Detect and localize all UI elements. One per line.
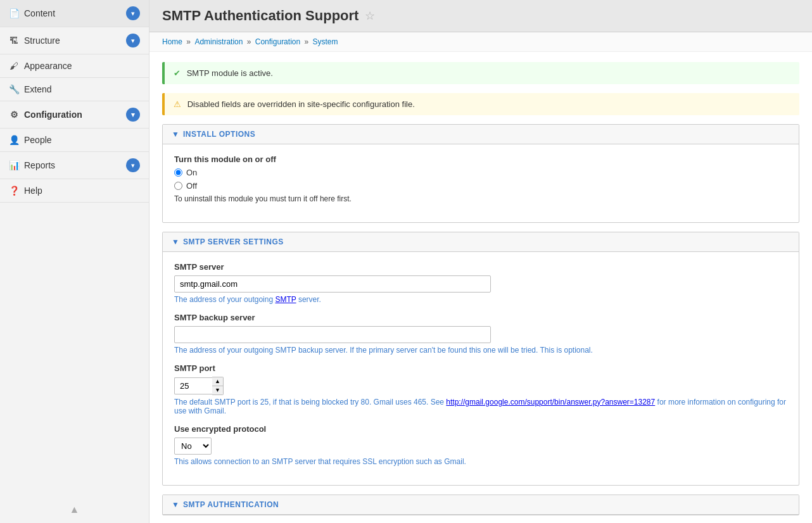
warning-alert: ⚠ Disabled fields are overridden in site…	[162, 93, 799, 115]
module-toggle-label: Turn this module on or off	[174, 154, 787, 164]
smtp-backup-group: SMTP backup server The address of your o…	[174, 313, 787, 355]
warning-alert-text: Disabled fields are overridden in site-s…	[187, 99, 415, 109]
smtp-port-input[interactable]	[174, 377, 212, 394]
page-title: SMTP Authentication Support	[162, 8, 358, 24]
sidebar-label-help: Help	[24, 186, 42, 196]
encrypted-label: Use encrypted protocol	[174, 424, 787, 434]
smtp-backup-help: The address of your outgoing SMTP backup…	[174, 346, 787, 355]
check-icon: ✔	[174, 68, 181, 78]
smtp-backup-input[interactable]	[174, 326, 491, 343]
port-spinner: ▲ ▼	[212, 377, 224, 395]
warning-icon: ⚠	[174, 99, 181, 109]
page-header: SMTP Authentication Support ☆	[149, 0, 812, 32]
radio-on-label: On	[186, 168, 197, 177]
reports-chevron-icon[interactable]: ▾	[126, 158, 140, 172]
smtp-server-settings-panel: ▼ SMTP SERVER SETTINGS SMTP server The a…	[162, 232, 799, 486]
smtp-backup-label: SMTP backup server	[174, 313, 787, 322]
port-increment-button[interactable]: ▲	[212, 377, 223, 386]
smtp-server-help: The address of your outgoing SMTP server…	[174, 295, 787, 304]
smtp-port-help: The default SMTP port is 25, if that is …	[174, 398, 787, 415]
structure-chevron-icon[interactable]: ▾	[126, 34, 140, 47]
extend-icon: 🔧	[9, 84, 19, 94]
collapse-install-icon[interactable]: ▼	[172, 130, 179, 139]
sidebar-label-reports: Reports	[24, 160, 55, 170]
sidebar-item-people[interactable]: 👤People	[0, 129, 149, 152]
sidebar-item-structure[interactable]: 🏗Structure▾	[0, 27, 149, 54]
people-icon: 👤	[9, 135, 19, 145]
sidebar-item-appearance[interactable]: 🖌Appearance	[0, 54, 149, 78]
smtp-server-title: SMTP SERVER SETTINGS	[183, 237, 284, 246]
content-area: ✔ SMTP module is active. ⚠ Disabled fiel…	[149, 52, 812, 523]
port-decrement-button[interactable]: ▼	[212, 386, 223, 394]
encrypted-help: This allows connection to an SMTP server…	[174, 457, 787, 466]
module-toggle-group: Turn this module on or off On Off To uni…	[174, 154, 787, 203]
collapse-smtp-icon[interactable]: ▼	[172, 237, 179, 246]
sidebar-item-extend[interactable]: 🔧Extend	[0, 78, 149, 101]
breadcrumb-home[interactable]: Home	[162, 37, 182, 46]
sidebar: 📄Content▾🏗Structure▾🖌Appearance🔧Extend⚙C…	[0, 0, 149, 523]
install-options-panel: ▼ INSTALL OPTIONS Turn this module on or…	[162, 124, 799, 223]
content-icon: 📄	[9, 8, 19, 18]
success-alert-text: SMTP module is active.	[187, 68, 273, 78]
sidebar-collapse-icon[interactable]: ▲	[70, 504, 80, 515]
radio-off-label: Off	[186, 181, 197, 191]
install-options-body: Turn this module on or off On Off To uni…	[163, 144, 799, 222]
uninstall-note: To uninstall this module you must turn i…	[174, 194, 787, 203]
breadcrumb-configuration[interactable]: Configuration	[255, 37, 300, 46]
sidebar-label-content: Content	[24, 8, 55, 18]
smtp-port-wrapper: ▲ ▼	[174, 377, 787, 395]
content-chevron-icon[interactable]: ▾	[126, 6, 140, 20]
install-options-header[interactable]: ▼ INSTALL OPTIONS	[163, 125, 799, 144]
breadcrumb-system[interactable]: System	[313, 37, 338, 46]
sidebar-bottom: ▲	[0, 496, 149, 523]
success-alert: ✔ SMTP module is active.	[162, 62, 799, 84]
reports-icon: 📊	[9, 160, 19, 170]
collapse-auth-icon[interactable]: ▼	[172, 500, 179, 509]
smtp-server-body: SMTP server The address of your outgoing…	[163, 252, 799, 485]
radio-off-input[interactable]	[174, 182, 182, 190]
encrypted-protocol-group: Use encrypted protocol No SSL TLS This a…	[174, 424, 787, 466]
module-toggle-radios: On Off	[174, 168, 787, 191]
smtp-server-label: SMTP server	[174, 262, 787, 272]
configuration-chevron-icon[interactable]: ▾	[126, 108, 140, 122]
smtp-server-header[interactable]: ▼ SMTP SERVER SETTINGS	[163, 232, 799, 252]
sidebar-item-content[interactable]: 📄Content▾	[0, 0, 149, 27]
smtp-server-input[interactable]	[174, 275, 491, 293]
install-options-title: INSTALL OPTIONS	[183, 130, 255, 139]
help-icon: ❓	[9, 186, 19, 196]
smtp-auth-panel: ▼ SMTP AUTHENTICATION	[162, 495, 799, 515]
gmail-link[interactable]: http://gmail.google.com/support/bin/answ…	[446, 398, 655, 406]
smtp-server-group: SMTP server The address of your outgoing…	[174, 262, 787, 304]
breadcrumb-administration[interactable]: Administration	[194, 37, 243, 46]
radio-on-option[interactable]: On	[174, 168, 787, 177]
radio-on-input[interactable]	[174, 168, 182, 177]
configuration-icon: ⚙	[9, 110, 19, 120]
appearance-icon: 🖌	[9, 61, 19, 71]
encrypted-select[interactable]: No SSL TLS	[174, 438, 212, 455]
sidebar-label-configuration: Configuration	[24, 110, 82, 120]
sidebar-label-appearance: Appearance	[24, 61, 72, 71]
sidebar-item-configuration[interactable]: ⚙Configuration▾	[0, 101, 149, 129]
sidebar-label-people: People	[24, 135, 52, 145]
sidebar-label-structure: Structure	[24, 35, 60, 46]
radio-off-option[interactable]: Off	[174, 181, 787, 191]
sidebar-item-help[interactable]: ❓Help	[0, 179, 149, 203]
smtp-auth-title: SMTP AUTHENTICATION	[183, 500, 279, 509]
breadcrumb: Home » Administration » Configuration » …	[149, 32, 812, 52]
smtp-auth-header[interactable]: ▼ SMTP AUTHENTICATION	[163, 495, 799, 515]
smtp-port-label: SMTP port	[174, 363, 787, 373]
sidebar-item-reports[interactable]: 📊Reports▾	[0, 152, 149, 179]
sidebar-label-extend: Extend	[24, 84, 52, 94]
smtp-port-group: SMTP port ▲ ▼ The default SMTP port is 2…	[174, 363, 787, 415]
structure-icon: 🏗	[9, 35, 19, 46]
main-content: SMTP Authentication Support ☆ Home » Adm…	[149, 0, 812, 523]
smtp-link-1[interactable]: SMTP	[275, 295, 296, 304]
bookmark-icon[interactable]: ☆	[365, 9, 375, 23]
